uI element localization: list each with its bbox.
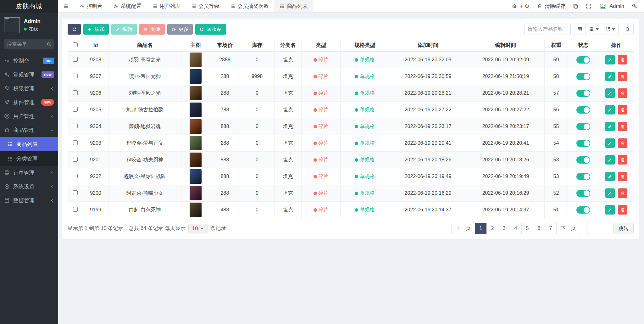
page-size-select[interactable]: 10 <box>188 224 208 233</box>
tab-member-level[interactable]: 会员等级 <box>186 0 225 12</box>
row-edit-button[interactable] <box>605 105 615 115</box>
detail-view-button[interactable] <box>574 24 586 35</box>
settings-menu[interactable] <box>632 3 637 9</box>
sidebar-item-settings[interactable]: 系统设置 <box>0 180 58 193</box>
product-thumbnail[interactable] <box>190 53 202 67</box>
columns-button[interactable] <box>586 24 602 35</box>
status-toggle[interactable] <box>576 156 590 164</box>
page-4[interactable]: 4 <box>510 223 522 234</box>
sidebar-item-users[interactable]: 用户管理 <box>0 109 58 123</box>
row-delete-button[interactable] <box>618 155 627 165</box>
copy-button[interactable] <box>573 3 578 9</box>
row-checkbox[interactable] <box>73 74 78 78</box>
product-thumbnail[interactable] <box>190 136 202 150</box>
sidebar-item-products[interactable]: 商品管理 <box>0 123 58 137</box>
select-all-checkbox[interactable] <box>73 42 78 47</box>
page-jump-button[interactable]: 跳转 <box>613 223 634 234</box>
page-jump-input[interactable] <box>587 223 609 234</box>
page-5[interactable]: 5 <box>521 223 533 234</box>
page-2[interactable]: 2 <box>486 223 498 234</box>
export-button[interactable] <box>602 24 619 35</box>
row-checkbox[interactable] <box>73 174 78 178</box>
row-delete-button[interactable] <box>618 105 627 115</box>
tab-lottery-times[interactable]: 会员抽奖次数 <box>225 0 274 12</box>
status-toggle[interactable] <box>576 106 590 114</box>
page-3[interactable]: 3 <box>498 223 510 234</box>
row-delete-button[interactable] <box>618 172 627 181</box>
row-edit-button[interactable] <box>605 55 615 64</box>
edit-button[interactable]: 编辑 <box>111 24 137 35</box>
sidebar-subitem-product-list[interactable]: 商品列表 <box>0 137 58 151</box>
product-thumbnail[interactable] <box>190 103 202 117</box>
row-edit-button[interactable] <box>605 155 615 165</box>
row-checkbox[interactable] <box>73 124 78 128</box>
status-toggle[interactable] <box>576 140 590 147</box>
page-7[interactable]: 7 <box>545 223 557 234</box>
row-checkbox[interactable] <box>73 90 78 95</box>
home-link[interactable]: 主页 <box>512 3 530 10</box>
row-checkbox[interactable] <box>73 190 78 195</box>
tab-system-config[interactable]: 系统配置 <box>108 0 147 12</box>
sidebar-item-orders[interactable]: 订单管理 <box>0 166 58 180</box>
status-toggle[interactable] <box>576 73 590 80</box>
sidebar-item-general[interactable]: 常规管理 new <box>0 68 58 81</box>
sidebar-item-dashboard[interactable]: 控制台 hot <box>0 54 58 68</box>
more-button[interactable]: 更多 <box>167 24 193 35</box>
page-6[interactable]: 6 <box>533 223 545 234</box>
status-toggle[interactable] <box>576 206 590 214</box>
recycle-bin-button[interactable]: 回收站 <box>195 24 226 35</box>
refresh-button[interactable] <box>68 24 81 35</box>
row-delete-button[interactable] <box>618 88 627 98</box>
tab-user-list[interactable]: 用户列表 <box>147 0 186 12</box>
gauge-icon <box>4 58 10 64</box>
fullscreen-button[interactable] <box>586 3 591 9</box>
row-edit-button[interactable] <box>605 138 615 148</box>
sidebar-item-data[interactable]: 数据管理 <box>0 193 58 207</box>
product-thumbnail[interactable] <box>190 119 202 134</box>
page-prev[interactable]: 上一页 <box>451 223 475 234</box>
clear-cache-button[interactable]: 清除缓存 <box>537 3 565 10</box>
row-delete-button[interactable] <box>618 188 627 198</box>
row-checkbox[interactable] <box>73 57 78 62</box>
row-checkbox[interactable] <box>73 157 78 162</box>
row-edit-button[interactable] <box>605 205 615 215</box>
row-edit-button[interactable] <box>605 172 615 181</box>
row-checkbox[interactable] <box>73 140 78 145</box>
sidebar-subitem-category[interactable]: 分类管理 <box>0 151 58 166</box>
delete-button[interactable]: 删除 <box>139 24 165 35</box>
sidebar-item-permissions[interactable]: 权限管理 <box>0 81 58 95</box>
search-toggle-button[interactable] <box>622 24 634 35</box>
row-delete-button[interactable] <box>618 55 627 64</box>
menu-search-input[interactable] <box>7 41 47 47</box>
product-thumbnail[interactable] <box>190 69 202 84</box>
account-menu[interactable]: Admin <box>599 2 624 10</box>
page-next[interactable]: 下一页 <box>556 223 580 234</box>
status-toggle[interactable] <box>576 190 590 197</box>
row-edit-button[interactable] <box>605 88 615 98</box>
status-toggle[interactable] <box>576 90 590 97</box>
tab-product-list[interactable]: 商品列表 <box>274 0 313 12</box>
product-thumbnail[interactable] <box>190 86 202 100</box>
row-edit-button[interactable] <box>605 72 615 81</box>
page-1[interactable]: 1 <box>475 223 487 234</box>
status-toggle[interactable] <box>576 173 590 180</box>
row-checkbox[interactable] <box>73 107 78 112</box>
product-thumbnail[interactable] <box>190 153 202 167</box>
row-checkbox[interactable] <box>73 207 78 212</box>
row-edit-button[interactable] <box>605 122 615 131</box>
row-delete-button[interactable] <box>618 138 627 148</box>
add-button[interactable]: 添加 <box>83 24 109 35</box>
product-search-input[interactable] <box>524 24 571 35</box>
product-thumbnail[interactable] <box>190 186 202 200</box>
sidebar-toggle-button[interactable] <box>58 0 74 12</box>
product-thumbnail[interactable] <box>190 169 202 184</box>
status-toggle[interactable] <box>576 123 590 130</box>
row-delete-button[interactable] <box>618 72 627 81</box>
product-thumbnail[interactable] <box>190 203 202 217</box>
tab-dashboard[interactable]: 控制台 <box>74 0 108 12</box>
status-toggle[interactable] <box>576 56 590 64</box>
row-edit-button[interactable] <box>605 188 615 198</box>
sidebar-item-plugins[interactable]: 插件管理 new <box>0 95 58 109</box>
row-delete-button[interactable] <box>618 205 627 215</box>
row-delete-button[interactable] <box>618 122 627 131</box>
